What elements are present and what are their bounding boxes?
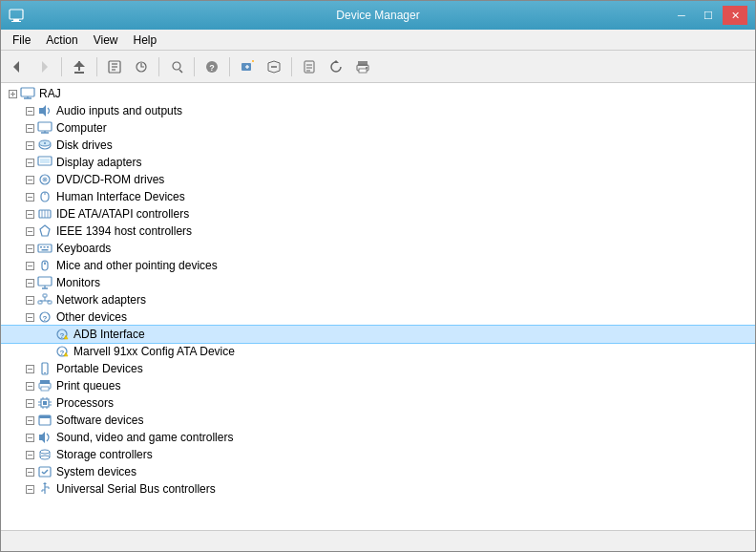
print-button[interactable] xyxy=(350,54,375,79)
svg-rect-54 xyxy=(40,159,50,163)
audio-expand[interactable] xyxy=(22,103,37,118)
monitor-expand[interactable] xyxy=(22,275,37,290)
item-keyboard[interactable]: Keyboards xyxy=(1,240,755,257)
svg-point-50 xyxy=(44,142,46,144)
keyboard-icon xyxy=(37,241,52,256)
print-label: Print queues xyxy=(56,379,120,393)
svg-marker-3 xyxy=(13,61,19,73)
svg-rect-35 xyxy=(21,88,34,96)
disk-label: Disk drives xyxy=(56,138,113,152)
main-content: RAJ Audio inputs and outputs xyxy=(1,83,755,551)
other-label: Other devices xyxy=(56,310,127,324)
network-icon xyxy=(37,292,52,308)
item-disk[interactable]: Disk drives xyxy=(1,137,755,154)
usb-expand[interactable] xyxy=(22,481,37,497)
dvd-expand[interactable] xyxy=(22,172,37,187)
hid-expand[interactable] xyxy=(22,189,37,204)
item-other[interactable]: ? Other devices xyxy=(1,308,755,326)
software-expand[interactable] xyxy=(22,413,37,428)
minimize-button[interactable]: ─ xyxy=(669,6,694,25)
update-driver-button[interactable] xyxy=(129,54,154,79)
computer-expand[interactable] xyxy=(22,120,37,136)
processor-label: Processors xyxy=(56,396,114,410)
menu-view[interactable]: View xyxy=(86,32,126,49)
item-usb[interactable]: Universal Serial Bus controllers xyxy=(1,480,755,498)
display-expand[interactable] xyxy=(22,155,37,170)
other-expand[interactable] xyxy=(22,309,37,325)
ide-expand[interactable] xyxy=(22,206,37,222)
refresh-button[interactable] xyxy=(324,54,348,79)
adb-icon: ? ! xyxy=(54,327,70,342)
help-button[interactable]: ? xyxy=(200,54,224,79)
close-button[interactable]: ✕ xyxy=(723,6,747,25)
storage-label: Storage controllers xyxy=(56,448,153,461)
ide-label: IDE ATA/ATAPI controllers xyxy=(56,207,189,221)
tree-root[interactable]: RAJ xyxy=(1,85,755,102)
portable-expand[interactable] xyxy=(22,361,37,376)
sound-expand[interactable] xyxy=(22,430,37,445)
item-processor[interactable]: Processors xyxy=(1,394,755,412)
item-marvell[interactable]: ? ! Marvell 91xx Config ATA Device xyxy=(1,343,755,360)
maximize-button[interactable]: ☐ xyxy=(696,6,721,25)
ide-icon xyxy=(37,206,52,222)
svg-rect-113 xyxy=(44,372,46,373)
item-dvd[interactable]: DVD/CD-ROM drives xyxy=(1,171,755,188)
processor-expand[interactable] xyxy=(22,395,37,411)
properties-button[interactable] xyxy=(102,54,127,79)
item-portable[interactable]: Portable Devices xyxy=(1,360,755,377)
hid-icon xyxy=(37,189,52,204)
disk-expand[interactable] xyxy=(22,138,37,153)
sound-label: Sound, video and game controllers xyxy=(56,431,233,444)
item-ide[interactable]: IDE ATA/ATAPI controllers xyxy=(1,205,755,223)
toolbar-sep-4 xyxy=(194,57,195,76)
network-expand[interactable] xyxy=(22,292,37,308)
item-monitor[interactable]: Monitors xyxy=(1,274,755,291)
add-device-button[interactable] xyxy=(235,54,260,79)
item-display[interactable]: Display adapters xyxy=(1,154,755,171)
svg-rect-122 xyxy=(43,401,47,405)
tree-container[interactable]: RAJ Audio inputs and outputs xyxy=(1,83,755,530)
hid-label: Human Interface Devices xyxy=(56,190,185,203)
item-network[interactable]: Network adapters xyxy=(1,291,755,308)
up-button[interactable] xyxy=(67,54,92,79)
root-expand[interactable] xyxy=(5,86,20,101)
disk-icon xyxy=(37,138,52,153)
item-storage[interactable]: Storage controllers xyxy=(1,446,755,463)
computer-label: Computer xyxy=(56,121,107,135)
svg-rect-75 xyxy=(38,244,52,252)
item-hid[interactable]: Human Interface Devices xyxy=(1,188,755,205)
window-title: Device Manager xyxy=(336,9,419,22)
mouse-expand[interactable] xyxy=(22,258,37,273)
svg-rect-134 xyxy=(39,415,51,418)
item-sound[interactable]: Sound, video and game controllers xyxy=(1,429,755,446)
svg-rect-76 xyxy=(40,246,42,248)
item-adb[interactable]: ? ! ADB Interface xyxy=(1,326,755,343)
item-computer[interactable]: Computer xyxy=(1,119,755,137)
print-icon xyxy=(37,378,52,393)
item-audio[interactable]: Audio inputs and outputs xyxy=(1,102,755,119)
system-expand[interactable] xyxy=(22,464,37,479)
storage-expand[interactable] xyxy=(22,447,37,462)
properties2-button[interactable] xyxy=(297,54,322,79)
forward-button[interactable] xyxy=(32,54,56,79)
keyboard-expand[interactable] xyxy=(22,241,37,256)
item-system[interactable]: System devices xyxy=(1,463,755,480)
print-expand[interactable] xyxy=(22,378,37,393)
computer-icon xyxy=(37,120,52,136)
scan-button[interactable] xyxy=(164,54,189,79)
mouse-icon xyxy=(37,258,52,273)
back-button[interactable] xyxy=(5,54,30,79)
ieee-expand[interactable] xyxy=(22,223,37,239)
svg-rect-2 xyxy=(11,21,21,22)
item-print[interactable]: Print queues xyxy=(1,377,755,394)
svg-text:?: ? xyxy=(60,349,65,357)
menu-action[interactable]: Action xyxy=(38,32,85,49)
remove-button[interactable] xyxy=(262,54,286,79)
item-software[interactable]: Software devices xyxy=(1,412,755,429)
item-mouse[interactable]: Mice and other pointing devices xyxy=(1,257,755,274)
menu-file[interactable]: File xyxy=(5,32,38,49)
menu-help[interactable]: Help xyxy=(126,32,165,49)
item-ieee[interactable]: IEEE 1394 host controllers xyxy=(1,223,755,240)
audio-icon xyxy=(37,103,52,118)
svg-point-84 xyxy=(44,263,46,265)
